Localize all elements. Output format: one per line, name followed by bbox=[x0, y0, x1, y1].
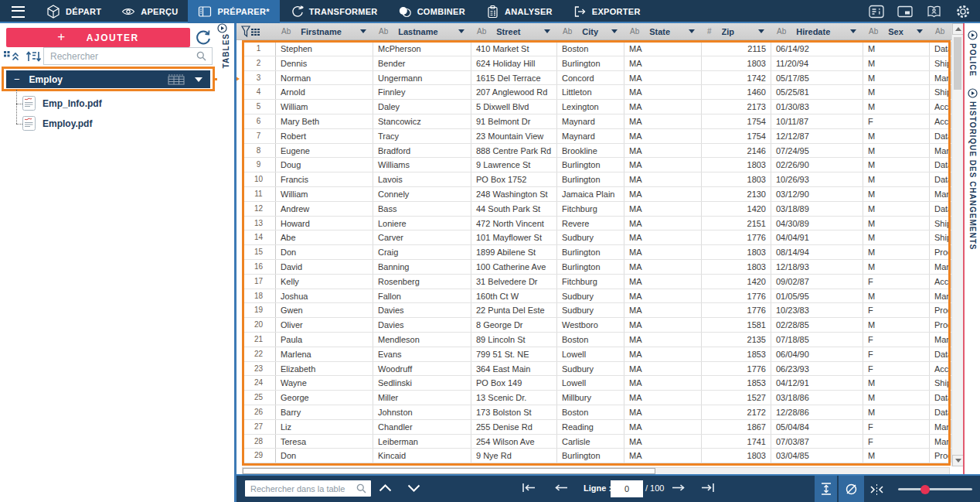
table-cell[interactable]: 2115 bbox=[702, 42, 771, 56]
row-number[interactable]: 22 bbox=[242, 347, 276, 361]
table-cell[interactable]: Data bbox=[930, 391, 951, 405]
table-cell[interactable]: F bbox=[863, 275, 930, 289]
table-cell[interactable]: Brookline bbox=[557, 144, 624, 158]
table-cell[interactable]: 07/03/87 bbox=[771, 435, 863, 449]
column-menu-icon[interactable] bbox=[458, 29, 464, 33]
table-cell[interactable]: 12/28/86 bbox=[771, 405, 863, 419]
table-cell[interactable]: MA bbox=[624, 318, 702, 332]
chevron-down-icon[interactable] bbox=[195, 77, 202, 82]
table-cell[interactable]: M bbox=[863, 318, 930, 332]
tab-exporter[interactable]: EXPORTER bbox=[563, 0, 651, 23]
row-number[interactable]: 8 bbox=[242, 144, 276, 158]
table-cell[interactable]: M bbox=[863, 391, 930, 405]
table-cell[interactable]: Loniere bbox=[373, 217, 471, 231]
table-cell[interactable]: Littleton bbox=[557, 85, 624, 99]
expand-panel-icon[interactable] bbox=[968, 88, 978, 98]
table-cell[interactable]: Francis bbox=[276, 172, 373, 186]
row-number[interactable]: 21 bbox=[242, 333, 276, 347]
row-number[interactable]: 18 bbox=[242, 289, 276, 303]
table-cell[interactable]: 1742 bbox=[702, 71, 771, 85]
table-row[interactable]: 17KellyRosenberg31 Belvedere DrFitchburg… bbox=[242, 275, 950, 289]
table-cell[interactable]: Acco bbox=[930, 100, 951, 114]
column-menu-icon[interactable] bbox=[611, 29, 618, 33]
table-cell[interactable]: Leiberman bbox=[373, 435, 471, 449]
table-cell[interactable]: MA bbox=[624, 56, 702, 70]
collapse-panel-icon[interactable] bbox=[217, 23, 234, 33]
table-cell[interactable]: 1803 bbox=[702, 158, 771, 172]
table-cell[interactable]: 89 Lincoln St bbox=[471, 333, 557, 347]
table-cell[interactable]: MA bbox=[624, 303, 702, 317]
table-cell[interactable]: 07/18/85 bbox=[771, 333, 863, 347]
table-row[interactable]: 12AndrewBass44 South Park StFitchburgMA1… bbox=[242, 202, 950, 217]
table-cell[interactable]: Sudbury bbox=[557, 362, 624, 376]
table-row[interactable]: 29DonKincaid9 Nye RdBurlingtonMA180303/0… bbox=[242, 449, 950, 463]
line-number-input[interactable] bbox=[611, 480, 643, 497]
table-cell[interactable]: 1776 bbox=[702, 362, 771, 376]
table-cell[interactable]: Dennis bbox=[276, 56, 373, 70]
table-cell[interactable]: Boston bbox=[557, 405, 624, 419]
table-cell[interactable]: 05/04/84 bbox=[771, 420, 863, 434]
table-cell[interactable]: 10/23/83 bbox=[771, 303, 863, 317]
table-cell[interactable]: 02/26/90 bbox=[771, 158, 863, 172]
table-cell[interactable]: William bbox=[276, 187, 373, 201]
row-number[interactable]: 26 bbox=[242, 405, 276, 419]
header-filter-cell[interactable] bbox=[236, 23, 276, 39]
row-number[interactable]: 19 bbox=[242, 303, 276, 317]
table-cell[interactable]: F bbox=[863, 303, 930, 317]
row-number[interactable]: 2 bbox=[242, 56, 276, 70]
row-number[interactable]: 15 bbox=[242, 245, 276, 259]
scroll-up-icon[interactable] bbox=[952, 23, 964, 35]
table-cell[interactable]: MA bbox=[624, 289, 702, 303]
table-cell[interactable]: 04/04/91 bbox=[771, 231, 863, 244]
table-cell[interactable]: MA bbox=[624, 405, 702, 419]
table-cell[interactable]: 08/14/94 bbox=[771, 245, 863, 259]
table-cell[interactable]: MA bbox=[624, 391, 702, 405]
table-cell[interactable]: Data bbox=[930, 202, 951, 216]
table-cell[interactable]: Carver bbox=[373, 231, 471, 244]
table-cell[interactable]: Maynard bbox=[557, 114, 624, 128]
table-cell[interactable]: Andrew bbox=[276, 202, 373, 216]
table-cell[interactable]: Sudbury bbox=[557, 289, 624, 303]
row-number[interactable]: 16 bbox=[242, 260, 276, 274]
table-cell[interactable]: MA bbox=[624, 71, 702, 85]
table-cell[interactable]: 1776 bbox=[702, 303, 771, 317]
table-cell[interactable]: Mark bbox=[930, 187, 951, 201]
table-cell[interactable]: Elizabeth bbox=[276, 362, 373, 376]
table-cell[interactable]: MA bbox=[624, 333, 702, 347]
row-number[interactable]: 29 bbox=[242, 449, 276, 463]
sort-icon[interactable] bbox=[25, 50, 43, 63]
table-cell[interactable]: 1527 bbox=[702, 391, 771, 405]
table-cell[interactable]: McPherson bbox=[373, 42, 471, 56]
table-cell[interactable]: Mark bbox=[930, 289, 951, 303]
table-cell[interactable]: Arnold bbox=[276, 85, 373, 99]
table-cell[interactable]: Fitchburg bbox=[557, 275, 624, 289]
table-cell[interactable]: 1420 bbox=[702, 202, 771, 216]
table-cell[interactable]: 2135 bbox=[702, 333, 771, 347]
table-row[interactable]: 28TeresaLeiberman254 Wilson AveCarlisleM… bbox=[242, 435, 950, 449]
row-number[interactable]: 3 bbox=[242, 71, 276, 85]
table-row[interactable]: 9DougWilliams9 Lawrence StBurlingtonMA18… bbox=[242, 158, 950, 172]
table-cell[interactable]: Acco bbox=[930, 275, 951, 289]
table-row[interactable]: 21PaulaMendleson89 Lincoln StBostonMA213… bbox=[242, 333, 950, 347]
table-cell[interactable]: Data bbox=[930, 129, 951, 143]
address-book-icon[interactable] bbox=[926, 4, 942, 19]
table-cell[interactable]: Lexington bbox=[557, 100, 624, 114]
table-cell[interactable]: Kincaid bbox=[373, 449, 471, 463]
table-cell[interactable]: Carlisle bbox=[557, 435, 624, 449]
table-cell[interactable]: M bbox=[863, 187, 930, 201]
zoom-slider[interactable] bbox=[898, 488, 972, 490]
column-menu-icon[interactable] bbox=[360, 29, 366, 33]
table-row[interactable]: 24WayneSedlinskiPO Box 149LowellMA185304… bbox=[242, 376, 950, 391]
table-cell[interactable]: 1803 bbox=[702, 172, 771, 186]
table-cell[interactable]: Data bbox=[930, 172, 951, 186]
table-cell[interactable]: MA bbox=[624, 202, 702, 216]
table-cell[interactable]: Mary Beth bbox=[276, 114, 373, 128]
table-cell[interactable]: 1803 bbox=[702, 260, 771, 274]
table-cell[interactable]: M bbox=[863, 217, 930, 231]
table-cell[interactable]: Barry bbox=[276, 405, 373, 419]
table-cell[interactable]: 207 Anglewood Rd bbox=[471, 85, 557, 99]
table-row[interactable]: 18JoshuaFallon160th Ct WSudburyMA177601/… bbox=[242, 289, 950, 304]
table-cell[interactable]: F bbox=[863, 435, 930, 449]
find-previous-icon[interactable] bbox=[379, 484, 392, 492]
table-cell[interactable]: Joshua bbox=[276, 289, 373, 303]
